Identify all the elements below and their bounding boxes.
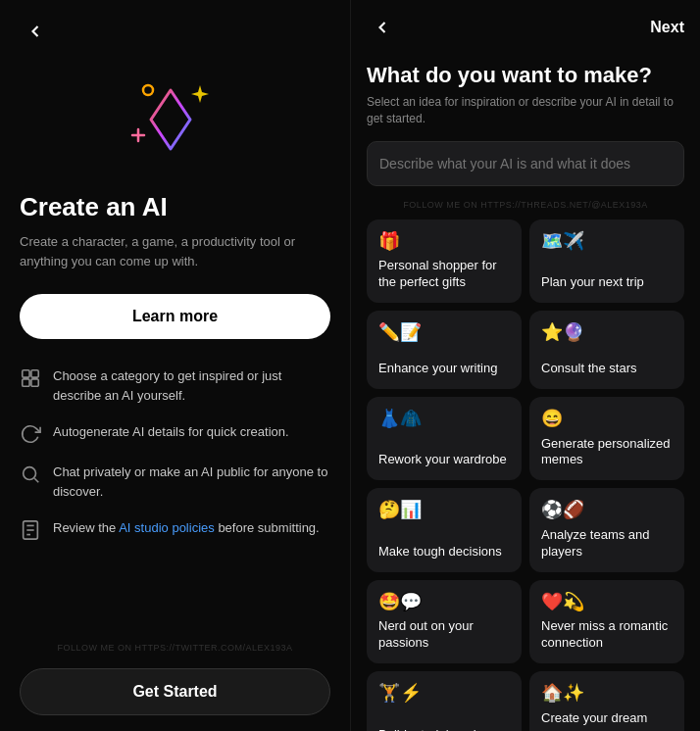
grid-card[interactable]: 🎁Personal shopper for the perfect gifts	[367, 219, 522, 303]
card-emojis: ⚽🏈	[541, 500, 673, 521]
watermark-right: FOLLOW ME ON HTTPS://THREADS.NET/@ALEX19…	[367, 200, 684, 210]
card-emojis: 👗🧥	[378, 409, 510, 430]
right-panel: Next What do you want to make? Select an…	[350, 0, 700, 731]
grid-card[interactable]: 🤩💬Nerd out on your passions	[367, 580, 522, 663]
card-emojis: ✏️📝	[378, 322, 510, 344]
create-ai-subtitle: Create a character, a game, a productivi…	[20, 232, 330, 270]
feature-autogenerate: Autogenerate AI details for quick creati…	[20, 422, 330, 445]
grid-card[interactable]: ⭐🔮Consult the stars	[529, 311, 684, 389]
grid-card[interactable]: 🏠✨Create your dream space	[529, 671, 684, 731]
next-button[interactable]: Next	[650, 19, 684, 36]
create-ai-title: Create an AI	[20, 192, 330, 222]
describe-input[interactable]	[367, 141, 684, 186]
card-emojis: 🏠✨	[541, 683, 673, 705]
card-label: Personal shopper for the perfect gifts	[378, 258, 510, 291]
card-label: Generate personalized memes	[541, 436, 673, 469]
grid-card[interactable]: 🤔📊Make tough decisions	[367, 488, 522, 571]
grid-card[interactable]: 😄Generate personalized memes	[529, 397, 684, 480]
card-emojis: 🏋️⚡	[378, 683, 510, 705]
right-header: Next	[351, 0, 700, 55]
ai-studio-policies-link[interactable]: AI studio policies	[119, 520, 215, 535]
card-label: Make tough decisions	[378, 544, 510, 560]
grid-card[interactable]: ⚽🏈Analyze teams and players	[529, 488, 684, 571]
svg-rect-6	[31, 379, 38, 386]
watermark-left: FOLLOW ME ON HTTPS://TWITTER.COM/ALEX193…	[20, 633, 330, 653]
feature-chat: Chat privately or make an AI public for …	[20, 463, 330, 501]
left-back-button[interactable]	[20, 16, 51, 47]
get-started-button[interactable]: Get Started	[20, 668, 330, 715]
card-label: Nerd out on your passions	[378, 618, 510, 652]
card-label: Rework your wardrobe	[378, 452, 510, 468]
card-label: Build a training plan	[378, 727, 510, 731]
main-title: What do you want to make?	[367, 63, 684, 88]
card-emojis: 🗺️✈️	[541, 231, 673, 253]
right-back-button[interactable]	[367, 12, 398, 43]
grid-card[interactable]: 🗺️✈️Plan your next trip	[529, 219, 684, 303]
left-panel: Create an AI Create a character, a game,…	[0, 0, 350, 731]
card-label: Create your dream space	[541, 710, 673, 731]
svg-line-8	[34, 478, 38, 482]
grid-card[interactable]: ❤️💫Never miss a romantic connection	[529, 580, 684, 663]
right-content: What do you want to make? Select an idea…	[351, 55, 700, 731]
card-label: Analyze teams and players	[541, 527, 673, 560]
card-emojis: 🤔📊	[378, 500, 510, 521]
feature-review: Review the AI studio policies before sub…	[20, 518, 330, 541]
category-icon	[20, 367, 41, 389]
svg-rect-4	[31, 370, 38, 377]
card-label: Consult the stars	[541, 361, 673, 377]
feature-chat-text: Chat privately or make an AI public for …	[53, 463, 330, 501]
grid-card[interactable]: 🏋️⚡Build a training plan	[367, 671, 522, 731]
grid-card[interactable]: ✏️📝Enhance your writing	[367, 311, 522, 389]
feature-review-text: Review the AI studio policies before sub…	[53, 518, 320, 538]
card-emojis: ❤️💫	[541, 592, 673, 613]
card-emojis: 🎁	[378, 231, 510, 253]
grid-card[interactable]: 👗🧥Rework your wardrobe	[367, 397, 522, 480]
review-icon	[20, 519, 41, 541]
feature-autogenerate-text: Autogenerate AI details for quick creati…	[53, 422, 289, 442]
svg-point-0	[143, 85, 153, 95]
svg-point-7	[24, 467, 36, 480]
card-label: Plan your next trip	[541, 274, 673, 291]
main-subtitle: Select an idea for inspiration or descri…	[367, 94, 684, 127]
card-emojis: 🤩💬	[378, 592, 510, 613]
feature-list: Choose a category to get inspired or jus…	[20, 366, 330, 633]
learn-more-button[interactable]: Learn more	[20, 294, 330, 339]
card-emojis: 😄	[541, 409, 673, 430]
feature-category: Choose a category to get inspired or jus…	[20, 366, 330, 405]
card-label: Never miss a romantic connection	[541, 618, 673, 652]
card-emojis: ⭐🔮	[541, 322, 673, 344]
svg-rect-5	[23, 379, 29, 386]
autogenerate-icon	[20, 423, 41, 445]
cards-grid: 🎁Personal shopper for the perfect gifts🗺…	[367, 219, 684, 731]
feature-category-text: Choose a category to get inspired or jus…	[53, 366, 330, 405]
chat-icon	[20, 463, 41, 485]
svg-rect-3	[23, 370, 29, 377]
ai-icon-area	[20, 71, 330, 169]
card-label: Enhance your writing	[378, 361, 510, 377]
